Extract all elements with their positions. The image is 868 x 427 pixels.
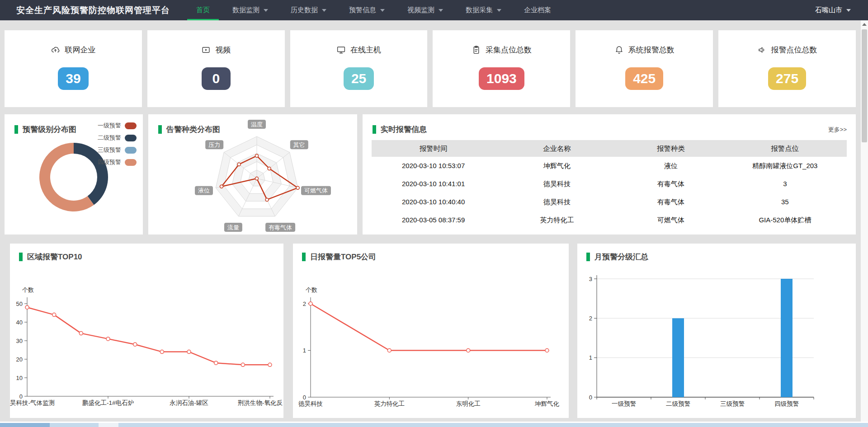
- panel-realtime-alarms: 实时报警信息 更多>> 报警时间企业名称报警种类报警点位2020-03-10 1…: [363, 114, 856, 235]
- alarm-table-header-cell: 报警点位: [723, 140, 847, 157]
- alarm-table: 报警时间企业名称报警种类报警点位2020-03-10 10:53:07坤辉气化液…: [372, 140, 847, 229]
- app-title: 安全生产风险预警防控物联网管理平台: [16, 0, 170, 20]
- dashboard-screen: 安全生产风险预警防控物联网管理平台 首页数据监测历史数据预警信息视频监测数据采集…: [0, 0, 868, 427]
- vertical-scrollbar-thumb[interactable]: [862, 29, 867, 142]
- table-row[interactable]: 2020-03-10 10:40:40德昊科技有毒气体35: [372, 193, 847, 211]
- stat-card-header: 在线主机: [336, 45, 381, 55]
- panel-title-text: 实时报警信息: [381, 124, 427, 135]
- panel-title-text: 告警种类分布图: [166, 124, 220, 135]
- stat-card-header: 联网企业: [51, 45, 95, 55]
- horizontal-scrollbar-segment: [99, 423, 118, 427]
- stat-card-header: 系统报警总数: [614, 45, 675, 55]
- region-top10-line-chart: 01020304050个数昊科技-气体监测鹏盛化工-1#电石炉永润石油-罐区荆洪…: [10, 244, 283, 418]
- legend-item[interactable]: 二级预警: [98, 134, 137, 142]
- chevron-down-icon: [264, 9, 268, 12]
- alarm-table-header-cell: 报警种类: [619, 140, 723, 157]
- nav-item-4[interactable]: 视频监测: [398, 0, 452, 20]
- svg-text:永润石油-罐区: 永润石油-罐区: [169, 399, 208, 406]
- stat-card-header: 采集点位总数: [472, 45, 532, 55]
- nav-item-0[interactable]: 首页: [187, 0, 219, 20]
- legend-item[interactable]: 四级预警: [98, 158, 137, 166]
- panel-alarm-type-radar: 告警种类分布图 温度其它可燃气体有毒气体流量液位压力: [148, 114, 357, 235]
- legend-label: 二级预警: [98, 134, 121, 142]
- horizontal-scrollbar-thumb[interactable]: [0, 423, 50, 427]
- panel-title: 预警级别分布图: [14, 124, 76, 135]
- stat-cards-row: 联网企业39视频0在线主机25采集点位总数1093系统报警总数425报警点位总数…: [5, 30, 856, 107]
- chevron-down-icon: [380, 9, 385, 12]
- svg-text:3: 3: [589, 276, 592, 282]
- svg-text:2: 2: [589, 315, 592, 322]
- stat-card-header: 报警点位总数: [757, 45, 817, 55]
- stat-card-value-badge: 1093: [479, 67, 524, 90]
- legend-label: 四级预警: [98, 158, 121, 166]
- nav-item-label: 数据监测: [232, 6, 259, 14]
- legend-item[interactable]: 一级预警: [98, 122, 137, 130]
- legend-label: 三级预警: [98, 146, 121, 154]
- panel-title-text: 区域报警TOP10: [27, 252, 82, 262]
- chevron-down-icon: [846, 9, 851, 12]
- horizontal-scrollbar[interactable]: [0, 423, 868, 427]
- stat-card-2: 在线主机25: [290, 30, 428, 107]
- legend-item[interactable]: 三级预警: [98, 146, 137, 154]
- svg-text:德昊科技: 德昊科技: [298, 400, 323, 407]
- monitor-icon: [336, 45, 346, 55]
- svg-text:东明化工: 东明化工: [456, 400, 481, 407]
- stat-card-5: 报警点位总数275: [718, 30, 856, 107]
- chevron-down-icon: [439, 9, 443, 12]
- green-bullet-icon: [586, 253, 590, 261]
- nav-item-3[interactable]: 预警信息: [340, 0, 394, 20]
- nav-item-label: 预警信息: [349, 6, 376, 14]
- nav-item-1[interactable]: 数据监测: [223, 0, 277, 20]
- panel-warning-level-pie: 预警级别分布图 一级预警二级预警三级预警四级预警: [5, 114, 143, 235]
- panel-title: 实时报警信息: [373, 124, 427, 135]
- svg-text:1: 1: [589, 354, 592, 361]
- alarm-table-header-cell: 报警时间: [372, 140, 495, 157]
- table-row[interactable]: 2020-03-05 08:37:59英力特化工可燃气体GIA-520单体贮槽: [372, 211, 847, 229]
- table-row[interactable]: 2020-03-10 10:53:07坤辉气化液位精醇南罐液位GT_203: [372, 157, 847, 175]
- table-cell: 可燃气体: [619, 211, 723, 229]
- svg-text:个数: 个数: [306, 286, 317, 293]
- stat-card-0: 联网企业39: [5, 30, 142, 107]
- legend-swatch: [125, 135, 137, 141]
- table-cell: 德昊科技: [495, 175, 618, 193]
- nav-item-2[interactable]: 历史数据: [282, 0, 335, 20]
- panel-title: 日报警量TOP5公司: [302, 252, 376, 262]
- panel-daily-alarm-top5: 日报警量TOP5公司 012个数德昊科技英力特化工东明化工坤辉气化: [293, 244, 569, 418]
- speaker-icon: [757, 45, 767, 55]
- stat-card-label: 采集点位总数: [486, 45, 532, 55]
- vertical-scrollbar[interactable]: [860, 20, 868, 422]
- svg-text:有毒气体: 有毒气体: [269, 224, 292, 231]
- svg-text:液位: 液位: [198, 187, 210, 194]
- svg-text:可燃气体: 可燃气体: [304, 187, 328, 194]
- stat-card-label: 报警点位总数: [771, 45, 817, 55]
- panel-title-text: 日报警量TOP5公司: [310, 252, 376, 262]
- table-cell: 精醇南罐液位GT_203: [723, 157, 847, 175]
- stat-card-value-badge: 425: [625, 67, 663, 90]
- more-link[interactable]: 更多>>: [828, 126, 847, 134]
- stat-card-label: 视频: [215, 45, 231, 55]
- bottom-strip: [0, 422, 868, 427]
- table-cell: 2020-03-10 10:40:40: [372, 193, 495, 211]
- svg-text:坤辉气化: 坤辉气化: [534, 400, 560, 407]
- stat-card-1: 视频0: [147, 30, 285, 107]
- svg-text:鹏盛化工-1#电石炉: 鹏盛化工-1#电石炉: [82, 399, 134, 406]
- svg-text:荆洪生物-氧化反: 荆洪生物-氧化反: [238, 399, 283, 406]
- region-selector[interactable]: 石嘴山市: [815, 0, 851, 20]
- scroll-up-icon[interactable]: [862, 23, 867, 26]
- nav-item-label: 数据采集: [466, 6, 493, 14]
- svg-text:40: 40: [16, 319, 23, 326]
- panel-title: 告警种类分布图: [158, 124, 220, 135]
- nav-item-5[interactable]: 数据采集: [457, 0, 510, 20]
- nav-item-6[interactable]: 企业档案: [515, 0, 560, 20]
- green-bullet-icon: [14, 125, 18, 134]
- green-bullet-icon: [373, 125, 376, 134]
- stat-card-value-badge: 25: [344, 67, 374, 90]
- svg-text:英力特化工: 英力特化工: [374, 400, 405, 407]
- table-cell: 坤辉气化: [495, 157, 618, 175]
- chevron-down-icon: [497, 9, 501, 12]
- chevron-down-icon: [322, 9, 326, 12]
- svg-text:20: 20: [16, 356, 23, 363]
- table-row[interactable]: 2020-03-10 10:41:01德昊科技有毒气体3: [372, 175, 847, 193]
- panel-monthly-warning-summary: 月预警分级汇总 0123一级预警二级预警三级预警四级预警: [577, 244, 856, 418]
- svg-text:流量: 流量: [227, 224, 239, 231]
